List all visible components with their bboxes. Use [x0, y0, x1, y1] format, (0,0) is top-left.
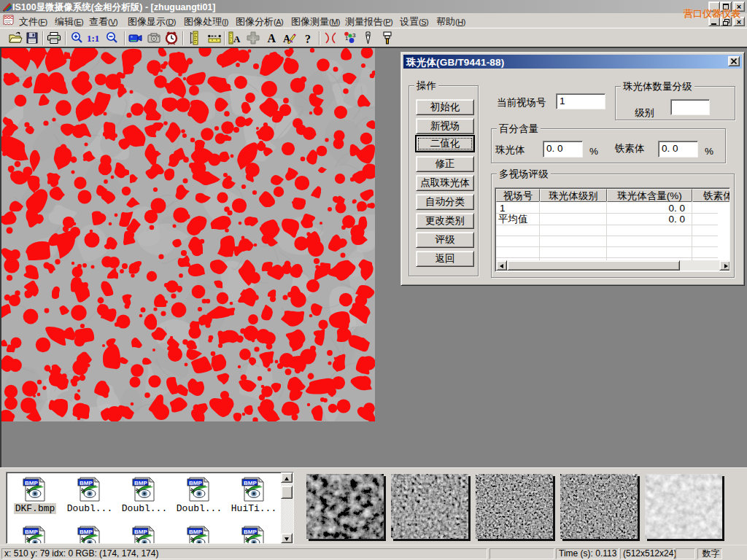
svg-text:A: A — [233, 34, 241, 44]
svg-text:A: A — [268, 32, 276, 44]
svg-text:DOC: DOC — [4, 15, 13, 20]
svg-text:3: 3 — [352, 32, 356, 39]
svg-text:?: ? — [305, 33, 311, 45]
svg-text:1: 1 — [345, 35, 349, 42]
svg-text:1:1: 1:1 — [87, 33, 99, 44]
